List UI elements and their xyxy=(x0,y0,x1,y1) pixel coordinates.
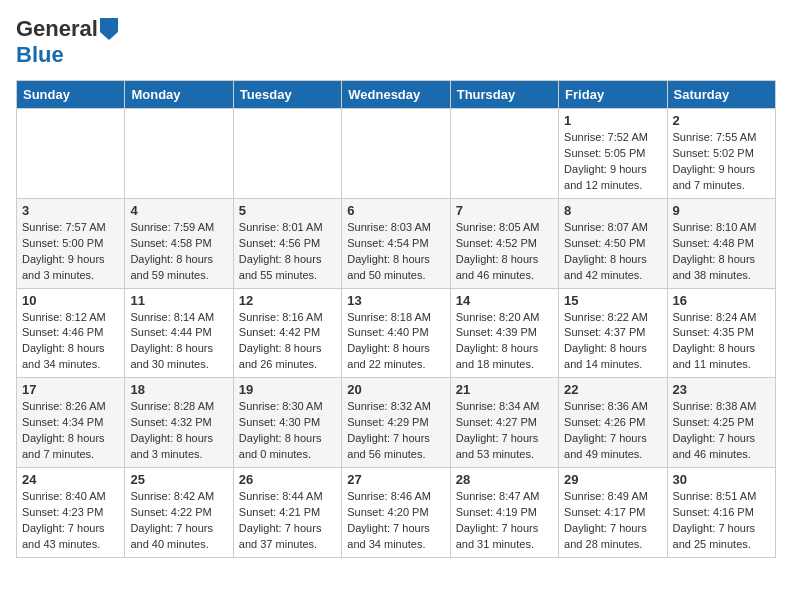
calendar-cell: 24Sunrise: 8:40 AM Sunset: 4:23 PM Dayli… xyxy=(17,468,125,558)
calendar-cell: 16Sunrise: 8:24 AM Sunset: 4:35 PM Dayli… xyxy=(667,288,775,378)
day-info: Sunrise: 8:51 AM Sunset: 4:16 PM Dayligh… xyxy=(673,489,770,553)
day-info: Sunrise: 8:38 AM Sunset: 4:25 PM Dayligh… xyxy=(673,399,770,463)
day-number: 30 xyxy=(673,472,770,487)
day-info: Sunrise: 8:30 AM Sunset: 4:30 PM Dayligh… xyxy=(239,399,336,463)
day-header-sunday: Sunday xyxy=(17,81,125,109)
calendar-cell: 23Sunrise: 8:38 AM Sunset: 4:25 PM Dayli… xyxy=(667,378,775,468)
calendar-cell xyxy=(125,109,233,199)
day-number: 21 xyxy=(456,382,553,397)
logo-general-label: General xyxy=(16,16,98,42)
day-number: 22 xyxy=(564,382,661,397)
week-row-3: 10Sunrise: 8:12 AM Sunset: 4:46 PM Dayli… xyxy=(17,288,776,378)
day-number: 5 xyxy=(239,203,336,218)
day-number: 16 xyxy=(673,293,770,308)
day-header-monday: Monday xyxy=(125,81,233,109)
calendar-cell: 19Sunrise: 8:30 AM Sunset: 4:30 PM Dayli… xyxy=(233,378,341,468)
day-info: Sunrise: 8:20 AM Sunset: 4:39 PM Dayligh… xyxy=(456,310,553,374)
day-number: 2 xyxy=(673,113,770,128)
week-row-4: 17Sunrise: 8:26 AM Sunset: 4:34 PM Dayli… xyxy=(17,378,776,468)
calendar-cell: 2Sunrise: 7:55 AM Sunset: 5:02 PM Daylig… xyxy=(667,109,775,199)
day-number: 26 xyxy=(239,472,336,487)
day-number: 19 xyxy=(239,382,336,397)
day-number: 18 xyxy=(130,382,227,397)
day-number: 17 xyxy=(22,382,119,397)
calendar-cell: 14Sunrise: 8:20 AM Sunset: 4:39 PM Dayli… xyxy=(450,288,558,378)
calendar-cell: 26Sunrise: 8:44 AM Sunset: 4:21 PM Dayli… xyxy=(233,468,341,558)
day-info: Sunrise: 7:57 AM Sunset: 5:00 PM Dayligh… xyxy=(22,220,119,284)
calendar-cell: 21Sunrise: 8:34 AM Sunset: 4:27 PM Dayli… xyxy=(450,378,558,468)
day-info: Sunrise: 8:40 AM Sunset: 4:23 PM Dayligh… xyxy=(22,489,119,553)
day-number: 7 xyxy=(456,203,553,218)
logo-blue-label: Blue xyxy=(16,42,64,67)
day-info: Sunrise: 7:59 AM Sunset: 4:58 PM Dayligh… xyxy=(130,220,227,284)
svg-marker-0 xyxy=(100,18,118,40)
week-row-1: 1Sunrise: 7:52 AM Sunset: 5:05 PM Daylig… xyxy=(17,109,776,199)
day-info: Sunrise: 8:28 AM Sunset: 4:32 PM Dayligh… xyxy=(130,399,227,463)
calendar-cell: 20Sunrise: 8:32 AM Sunset: 4:29 PM Dayli… xyxy=(342,378,450,468)
day-number: 15 xyxy=(564,293,661,308)
day-info: Sunrise: 8:07 AM Sunset: 4:50 PM Dayligh… xyxy=(564,220,661,284)
calendar-cell: 13Sunrise: 8:18 AM Sunset: 4:40 PM Dayli… xyxy=(342,288,450,378)
page-header: General Blue xyxy=(16,16,776,68)
day-info: Sunrise: 7:52 AM Sunset: 5:05 PM Dayligh… xyxy=(564,130,661,194)
calendar-cell: 6Sunrise: 8:03 AM Sunset: 4:54 PM Daylig… xyxy=(342,198,450,288)
day-info: Sunrise: 8:36 AM Sunset: 4:26 PM Dayligh… xyxy=(564,399,661,463)
calendar-cell: 17Sunrise: 8:26 AM Sunset: 4:34 PM Dayli… xyxy=(17,378,125,468)
day-info: Sunrise: 8:32 AM Sunset: 4:29 PM Dayligh… xyxy=(347,399,444,463)
logo: General Blue xyxy=(16,16,118,68)
day-header-saturday: Saturday xyxy=(667,81,775,109)
logo-flag-icon xyxy=(100,18,118,40)
week-row-2: 3Sunrise: 7:57 AM Sunset: 5:00 PM Daylig… xyxy=(17,198,776,288)
day-info: Sunrise: 8:49 AM Sunset: 4:17 PM Dayligh… xyxy=(564,489,661,553)
day-info: Sunrise: 8:47 AM Sunset: 4:19 PM Dayligh… xyxy=(456,489,553,553)
day-info: Sunrise: 8:12 AM Sunset: 4:46 PM Dayligh… xyxy=(22,310,119,374)
day-number: 8 xyxy=(564,203,661,218)
calendar-cell: 11Sunrise: 8:14 AM Sunset: 4:44 PM Dayli… xyxy=(125,288,233,378)
calendar-cell: 5Sunrise: 8:01 AM Sunset: 4:56 PM Daylig… xyxy=(233,198,341,288)
calendar-cell xyxy=(233,109,341,199)
day-header-friday: Friday xyxy=(559,81,667,109)
calendar-cell: 29Sunrise: 8:49 AM Sunset: 4:17 PM Dayli… xyxy=(559,468,667,558)
day-header-tuesday: Tuesday xyxy=(233,81,341,109)
day-number: 13 xyxy=(347,293,444,308)
day-number: 12 xyxy=(239,293,336,308)
day-info: Sunrise: 8:05 AM Sunset: 4:52 PM Dayligh… xyxy=(456,220,553,284)
day-number: 6 xyxy=(347,203,444,218)
calendar-cell: 28Sunrise: 8:47 AM Sunset: 4:19 PM Dayli… xyxy=(450,468,558,558)
calendar-cell: 22Sunrise: 8:36 AM Sunset: 4:26 PM Dayli… xyxy=(559,378,667,468)
day-number: 11 xyxy=(130,293,227,308)
day-info: Sunrise: 8:24 AM Sunset: 4:35 PM Dayligh… xyxy=(673,310,770,374)
day-info: Sunrise: 8:14 AM Sunset: 4:44 PM Dayligh… xyxy=(130,310,227,374)
day-info: Sunrise: 8:18 AM Sunset: 4:40 PM Dayligh… xyxy=(347,310,444,374)
day-info: Sunrise: 8:34 AM Sunset: 4:27 PM Dayligh… xyxy=(456,399,553,463)
calendar-cell: 15Sunrise: 8:22 AM Sunset: 4:37 PM Dayli… xyxy=(559,288,667,378)
calendar-cell xyxy=(342,109,450,199)
day-number: 29 xyxy=(564,472,661,487)
calendar-cell: 12Sunrise: 8:16 AM Sunset: 4:42 PM Dayli… xyxy=(233,288,341,378)
day-number: 20 xyxy=(347,382,444,397)
day-info: Sunrise: 7:55 AM Sunset: 5:02 PM Dayligh… xyxy=(673,130,770,194)
calendar-cell: 8Sunrise: 8:07 AM Sunset: 4:50 PM Daylig… xyxy=(559,198,667,288)
calendar-cell: 30Sunrise: 8:51 AM Sunset: 4:16 PM Dayli… xyxy=(667,468,775,558)
calendar-cell: 1Sunrise: 7:52 AM Sunset: 5:05 PM Daylig… xyxy=(559,109,667,199)
day-number: 25 xyxy=(130,472,227,487)
day-number: 10 xyxy=(22,293,119,308)
day-info: Sunrise: 8:46 AM Sunset: 4:20 PM Dayligh… xyxy=(347,489,444,553)
day-info: Sunrise: 8:01 AM Sunset: 4:56 PM Dayligh… xyxy=(239,220,336,284)
day-number: 9 xyxy=(673,203,770,218)
day-number: 3 xyxy=(22,203,119,218)
day-info: Sunrise: 8:26 AM Sunset: 4:34 PM Dayligh… xyxy=(22,399,119,463)
week-row-5: 24Sunrise: 8:40 AM Sunset: 4:23 PM Dayli… xyxy=(17,468,776,558)
calendar-cell: 25Sunrise: 8:42 AM Sunset: 4:22 PM Dayli… xyxy=(125,468,233,558)
day-header-wednesday: Wednesday xyxy=(342,81,450,109)
day-info: Sunrise: 8:10 AM Sunset: 4:48 PM Dayligh… xyxy=(673,220,770,284)
calendar-cell xyxy=(450,109,558,199)
calendar-cell: 18Sunrise: 8:28 AM Sunset: 4:32 PM Dayli… xyxy=(125,378,233,468)
day-number: 1 xyxy=(564,113,661,128)
day-header-thursday: Thursday xyxy=(450,81,558,109)
calendar-cell: 10Sunrise: 8:12 AM Sunset: 4:46 PM Dayli… xyxy=(17,288,125,378)
day-number: 28 xyxy=(456,472,553,487)
day-number: 14 xyxy=(456,293,553,308)
header-row: SundayMondayTuesdayWednesdayThursdayFrid… xyxy=(17,81,776,109)
calendar-cell: 3Sunrise: 7:57 AM Sunset: 5:00 PM Daylig… xyxy=(17,198,125,288)
